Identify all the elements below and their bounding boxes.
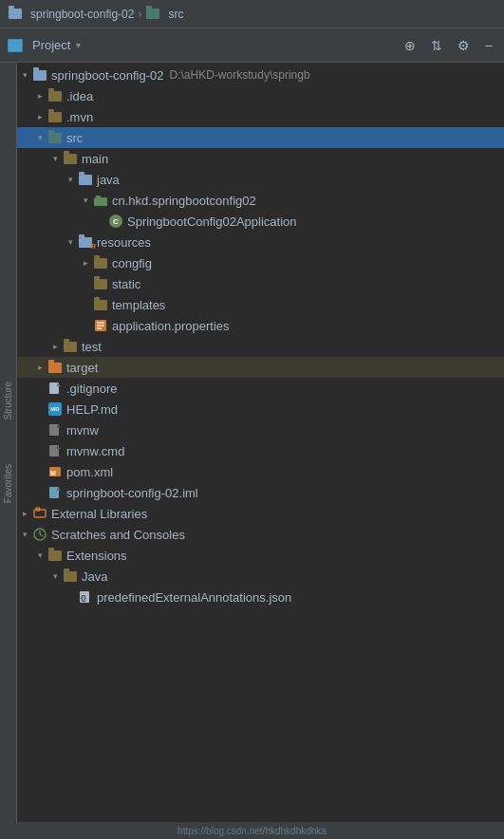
tree-row-mvnwcmd[interactable]: mvnw.cmd <box>17 440 504 461</box>
mvnw-label: mvnw <box>66 423 99 438</box>
expand-extensions-arrow[interactable] <box>32 550 47 560</box>
test-label: test <box>82 340 102 354</box>
svg-line-21 <box>40 534 43 536</box>
gitignore-label: .gitignore <box>66 382 117 396</box>
breadcrumb-sep: › <box>138 8 141 21</box>
static-label: static <box>112 277 140 291</box>
mvn-label: .mvn <box>66 110 93 124</box>
toolbar-globe-button[interactable]: ⊕ <box>401 36 420 55</box>
helpmd-label: HELP.md <box>66 402 118 417</box>
java2-label: Java <box>82 569 107 584</box>
pom-icon: M <box>47 464 63 479</box>
toolbar-minus-button[interactable]: − <box>481 36 496 55</box>
resources-folder-icon: R <box>78 234 93 250</box>
main-folder-icon <box>63 151 78 166</box>
tree-row-gitignore[interactable]: .gitignore <box>17 378 504 399</box>
side-tab-favorites[interactable]: Favorites <box>3 464 13 503</box>
idea-label: .idea <box>66 89 93 103</box>
expand-test-arrow[interactable] <box>47 342 63 351</box>
tree-row-idea[interactable]: .idea <box>17 85 504 106</box>
root-label: springboot-config-02 <box>51 68 164 83</box>
src-folder-icon <box>47 130 63 145</box>
toolbar: Project ▾ ⊕ ⇅ ⚙ − <box>0 28 504 63</box>
tree-row-target[interactable]: target <box>17 357 504 378</box>
idea-folder-icon <box>47 88 63 103</box>
svg-text:{}: {} <box>81 594 86 602</box>
tree-row-scratches[interactable]: Scratches and Consoles <box>17 524 504 545</box>
root-folder-icon <box>32 67 47 83</box>
svg-marker-10 <box>57 424 61 428</box>
tree-row-static[interactable]: static <box>17 273 504 294</box>
expand-resources-arrow[interactable] <box>63 237 78 247</box>
tree-row-mvn[interactable]: .mvn <box>17 106 504 127</box>
java2-folder-icon <box>63 569 78 584</box>
helpmd-icon: MD <box>47 401 63 417</box>
expand-extlibs-arrow[interactable] <box>17 509 32 518</box>
toolbar-project-icon <box>8 38 23 53</box>
breadcrumb-bar: springboot-config-02 › src <box>0 0 504 28</box>
scratches-icon <box>32 527 47 542</box>
tree-row-helpmd[interactable]: MD HELP.md <box>17 399 504 420</box>
tree-row-resources[interactable]: R resources <box>17 232 504 252</box>
svg-text:M: M <box>50 470 56 476</box>
tree-row-main[interactable]: main <box>17 148 504 169</box>
tree-row-java[interactable]: java <box>17 169 504 190</box>
expand-congfig-arrow[interactable] <box>78 258 93 268</box>
tree-row-congfig[interactable]: congfig <box>17 252 504 273</box>
extlibs-icon <box>32 506 47 521</box>
pkg-label: cn.hkd.springbootconfig02 <box>112 194 256 208</box>
toolbar-arrows-button[interactable]: ⇅ <box>427 36 446 55</box>
appprops-label: application.properties <box>112 319 230 333</box>
breadcrumb-current: src <box>168 8 183 21</box>
pkg-icon <box>93 193 108 208</box>
target-label: target <box>66 361 98 375</box>
tree-row-extlibs[interactable]: External Libraries <box>17 503 504 524</box>
main-label: main <box>82 152 108 166</box>
tree-row-appprops[interactable]: application.properties <box>17 315 504 336</box>
tree-row-mvnw[interactable]: mvnw <box>17 420 504 440</box>
app-label: SpringbootConfig02Application <box>127 214 297 229</box>
tree-row-root[interactable]: springboot-config-02 D:\aHKD-workstudy\s… <box>17 65 504 85</box>
scratches-label: Scratches and Consoles <box>51 528 185 542</box>
tree-row-src[interactable]: src <box>17 127 504 148</box>
mvnwcmd-label: mvnw.cmd <box>66 444 124 458</box>
toolbar-gear-button[interactable]: ⚙ <box>454 36 474 55</box>
pom-label: pom.xml <box>66 465 113 479</box>
tree-row-predef[interactable]: {} predefinedExternalAnnotations.json <box>17 587 504 607</box>
expand-scratches-arrow[interactable] <box>17 530 32 539</box>
mvnwcmd-icon <box>47 443 63 458</box>
expand-main-arrow[interactable] <box>47 154 63 163</box>
root-path: D:\aHKD-workstudy\springb <box>170 68 310 82</box>
toolbar-chevron-icon[interactable]: ▾ <box>76 40 81 50</box>
expand-pkg-arrow[interactable] <box>78 196 93 205</box>
expand-src-arrow[interactable] <box>32 133 47 142</box>
expand-java-arrow[interactable] <box>63 175 78 184</box>
predef-icon: {} <box>78 589 93 605</box>
tree-row-java2[interactable]: Java <box>17 566 504 587</box>
appprops-icon <box>93 318 108 333</box>
breadcrumb-project[interactable]: springboot-config-02 <box>30 8 134 21</box>
mvnw-icon <box>47 422 63 438</box>
watermark: https://blog.csdn.net/hkdhkdhkdhka <box>0 822 504 839</box>
tree-row-pkg[interactable]: cn.hkd.springbootconfig02 <box>17 190 504 211</box>
tree-row-extensions[interactable]: Extensions <box>17 545 504 566</box>
expand-idea-arrow[interactable] <box>32 91 47 101</box>
toolbar-title-area: Project ▾ <box>8 38 401 53</box>
svg-marker-12 <box>57 445 61 449</box>
tree-row-pom[interactable]: M pom.xml <box>17 461 504 482</box>
side-tab-structure[interactable]: Structure <box>3 382 13 420</box>
expand-root-arrow[interactable] <box>17 70 32 80</box>
src-label: src <box>66 131 83 145</box>
app-icon: C <box>108 214 123 229</box>
expand-java2-arrow[interactable] <box>47 571 63 581</box>
tree-row-app[interactable]: C SpringbootConfig02Application <box>17 211 504 232</box>
congfig-label: congfig <box>112 256 152 270</box>
extensions-folder-icon <box>47 548 63 563</box>
tree-row-test[interactable]: test <box>17 336 504 357</box>
tree-row-iml[interactable]: springboot-config-02.iml <box>17 482 504 503</box>
expand-target-arrow[interactable] <box>32 363 47 372</box>
tree-row-templates[interactable]: templates <box>17 294 504 315</box>
expand-mvn-arrow[interactable] <box>32 112 47 121</box>
svg-rect-0 <box>94 197 107 206</box>
svg-rect-1 <box>96 196 101 198</box>
